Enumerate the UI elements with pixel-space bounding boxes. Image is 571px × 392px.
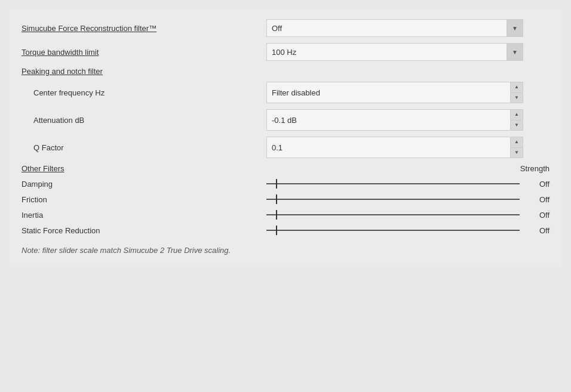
q-factor-arrows: ▲ ▼ [510,137,523,158]
friction-slider-wrapper [266,193,520,205]
static-force-label: Static Force Reduction [22,226,266,235]
note-text: Note: filter slider scale match Simucube… [22,246,549,255]
q-factor-spinbox-wrapper: 0.1 ▲ ▼ [266,137,523,158]
center-frequency-arrows: ▲ ▼ [510,82,523,103]
friction-label: Friction [22,195,266,204]
center-frequency-input[interactable]: Filter disabled [266,82,523,103]
static-force-slider-wrapper [266,224,520,236]
strength-header: Strength [520,164,549,173]
attenuation-up-button[interactable]: ▲ [511,110,523,121]
simucube-filter-label[interactable]: Simucube Force Reconstruction filter™ [22,24,266,33]
damping-label: Damping [22,180,266,189]
inertia-slider-wrapper [266,209,520,221]
q-factor-label: Q Factor [22,143,266,152]
inertia-label: Inertia [22,211,266,220]
simucube-filter-select[interactable]: Off Low Medium High [266,19,523,37]
torque-bandwidth-label[interactable]: Torque bandwidth limit [22,48,266,57]
peaking-notch-header: Peaking and notch filter [22,67,549,76]
simucube-filter-dropdown-wrapper: Off Low Medium High ▼ [266,19,523,37]
center-frequency-down-button[interactable]: ▼ [511,93,523,103]
static-force-row: Static Force Reduction Off [22,224,549,236]
friction-strength: Off [520,195,549,204]
attenuation-down-button[interactable]: ▼ [511,121,523,131]
q-factor-input[interactable]: 0.1 [266,137,523,158]
other-filters-header-row: Other Filters Strength [22,164,549,173]
inertia-strength: Off [520,211,549,220]
attenuation-spinbox-wrapper: -0.1 dB ▲ ▼ [266,109,523,131]
damping-slider-wrapper [266,178,520,190]
center-frequency-spinbox-wrapper: Filter disabled ▲ ▼ [266,82,523,103]
static-force-strength: Off [520,226,549,235]
peaking-notch-label[interactable]: Peaking and notch filter [22,67,549,76]
q-factor-row: Q Factor 0.1 ▲ ▼ [22,137,549,158]
q-factor-up-button[interactable]: ▲ [511,137,523,148]
torque-bandwidth-dropdown-wrapper: 100 Hz 200 Hz 500 Hz 1000 Hz ▼ [266,43,523,61]
attenuation-input[interactable]: -0.1 dB [266,109,523,131]
attenuation-label: Attenuation dB [22,116,266,125]
torque-bandwidth-select[interactable]: 100 Hz 200 Hz 500 Hz 1000 Hz [266,43,523,61]
main-container: Simucube Force Reconstruction filter™ Of… [10,10,561,267]
simucube-filter-row: Simucube Force Reconstruction filter™ Of… [22,19,549,37]
damping-row: Damping Off [22,178,549,190]
q-factor-down-button[interactable]: ▼ [511,148,523,158]
attenuation-arrows: ▲ ▼ [510,109,523,131]
center-frequency-up-button[interactable]: ▲ [511,82,523,93]
attenuation-row: Attenuation dB -0.1 dB ▲ ▼ [22,109,549,131]
friction-row: Friction Off [22,193,549,205]
other-filters-label[interactable]: Other Filters [22,164,266,173]
inertia-row: Inertia Off [22,209,549,221]
center-frequency-label: Center frequency Hz [22,88,266,97]
center-frequency-row: Center frequency Hz Filter disabled ▲ ▼ [22,82,549,103]
torque-bandwidth-row: Torque bandwidth limit 100 Hz 200 Hz 500… [22,43,549,61]
damping-strength: Off [520,180,549,189]
